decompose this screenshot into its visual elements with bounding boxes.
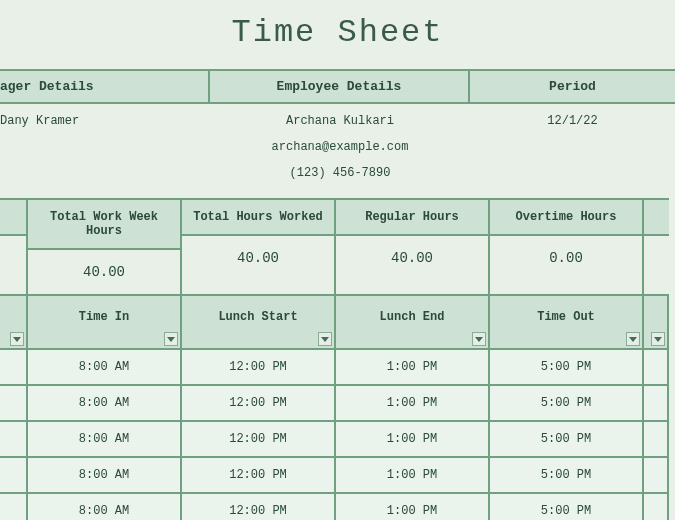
cell-time-in[interactable]: 8:00 AM xyxy=(26,384,182,422)
summary-value-worked: 40.00 xyxy=(182,236,334,280)
filter-icon[interactable] xyxy=(472,332,486,346)
filter-icon[interactable] xyxy=(318,332,332,346)
table-row: 8:00 AM12:00 PM1:00 PM5:00 PM xyxy=(0,494,675,520)
cell-time-out[interactable]: 5:00 PM xyxy=(488,456,644,494)
cell-lunch-start[interactable]: 12:00 PM xyxy=(180,420,336,458)
summary-table: Total Work Week Hours 40.00 Total Hours … xyxy=(0,198,675,296)
period-header: Period xyxy=(470,71,675,102)
table-row: 8:00 AM12:00 PM1:00 PM5:00 PM xyxy=(0,458,675,494)
filter-icon[interactable] xyxy=(164,332,178,346)
details-values-row: Dany Kramer Archana Kulkari archana@exam… xyxy=(0,104,675,192)
period-value: 12/1/22 xyxy=(470,114,675,192)
manager-header: ager Details xyxy=(0,71,210,102)
details-header-row: ager Details Employee Details Period xyxy=(0,69,675,104)
row-gap xyxy=(0,384,28,422)
row-end xyxy=(642,456,669,494)
cell-lunch-start[interactable]: 12:00 PM xyxy=(180,456,336,494)
cell-time-in[interactable]: 8:00 AM xyxy=(26,492,182,520)
time-header-lunch-start-label: Lunch Start xyxy=(218,310,297,324)
row-gap xyxy=(0,420,28,458)
employee-phone: (123) 456-7890 xyxy=(210,166,470,192)
time-header-lunch-start[interactable]: Lunch Start xyxy=(180,294,336,350)
summary-header-worked: Total Hours Worked xyxy=(182,200,334,236)
filter-icon[interactable] xyxy=(651,332,665,346)
cell-time-out[interactable]: 5:00 PM xyxy=(488,420,644,458)
time-header-in[interactable]: Time In xyxy=(26,294,182,350)
time-header-gap[interactable] xyxy=(0,294,28,350)
summary-header-regular: Regular Hours xyxy=(336,200,488,236)
page-title: Time Sheet xyxy=(0,0,675,69)
summary-header-workweek: Total Work Week Hours xyxy=(28,200,180,250)
row-gap xyxy=(0,348,28,386)
filter-icon[interactable] xyxy=(626,332,640,346)
employee-header: Employee Details xyxy=(210,71,470,102)
cell-lunch-end[interactable]: 1:00 PM xyxy=(334,384,490,422)
time-header-out[interactable]: Time Out xyxy=(488,294,644,350)
summary-header-overtime: Overtime Hours xyxy=(490,200,642,236)
time-header-lunch-end[interactable]: Lunch End xyxy=(334,294,490,350)
time-header-end[interactable] xyxy=(642,294,669,350)
time-table: Time In Lunch Start Lunch End Time Out 8… xyxy=(0,296,675,520)
cell-lunch-start[interactable]: 12:00 PM xyxy=(180,348,336,386)
row-end xyxy=(642,420,669,458)
employee-email: archana@example.com xyxy=(210,140,470,166)
cell-time-out[interactable]: 5:00 PM xyxy=(488,384,644,422)
table-row: 8:00 AM12:00 PM1:00 PM5:00 PM xyxy=(0,422,675,458)
time-header-in-label: Time In xyxy=(79,310,129,324)
table-row: 8:00 AM12:00 PM1:00 PM5:00 PM xyxy=(0,350,675,386)
cell-lunch-start[interactable]: 12:00 PM xyxy=(180,492,336,520)
row-end xyxy=(642,348,669,386)
cell-time-out[interactable]: 5:00 PM xyxy=(488,348,644,386)
cell-lunch-start[interactable]: 12:00 PM xyxy=(180,384,336,422)
manager-name: Dany Kramer xyxy=(0,114,210,192)
cell-time-out[interactable]: 5:00 PM xyxy=(488,492,644,520)
time-header-row: Time In Lunch Start Lunch End Time Out xyxy=(0,296,675,350)
employee-name: Archana Kulkari xyxy=(210,114,470,140)
filter-icon[interactable] xyxy=(10,332,24,346)
row-gap xyxy=(0,456,28,494)
table-row: 8:00 AM12:00 PM1:00 PM5:00 PM xyxy=(0,386,675,422)
cell-time-in[interactable]: 8:00 AM xyxy=(26,456,182,494)
cell-time-in[interactable]: 8:00 AM xyxy=(26,348,182,386)
summary-value-overtime: 0.00 xyxy=(490,236,642,280)
time-header-lunch-end-label: Lunch End xyxy=(380,310,445,324)
row-gap xyxy=(0,492,28,520)
cell-lunch-end[interactable]: 1:00 PM xyxy=(334,456,490,494)
cell-time-in[interactable]: 8:00 AM xyxy=(26,420,182,458)
time-header-out-label: Time Out xyxy=(537,310,595,324)
summary-value-workweek: 40.00 xyxy=(28,250,180,294)
summary-value-regular: 40.00 xyxy=(336,236,488,280)
cell-lunch-end[interactable]: 1:00 PM xyxy=(334,492,490,520)
row-end xyxy=(642,492,669,520)
row-end xyxy=(642,384,669,422)
cell-lunch-end[interactable]: 1:00 PM xyxy=(334,348,490,386)
cell-lunch-end[interactable]: 1:00 PM xyxy=(334,420,490,458)
